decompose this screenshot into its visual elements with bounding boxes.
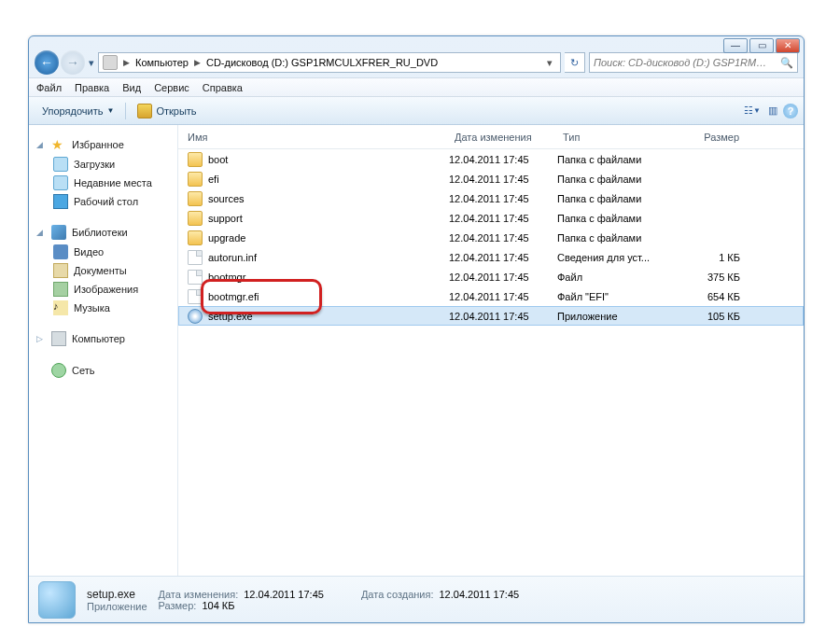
- nav-row: ← → ▾ ▶ Компьютер ▶ CD-дисковод (D:) GSP…: [29, 48, 804, 77]
- file-type: Файл: [557, 272, 675, 283]
- file-name: upgrade: [208, 232, 245, 244]
- open-icon: [137, 104, 152, 118]
- file-row[interactable]: autorun.inf12.04.2011 17:45Сведения для …: [178, 247, 804, 267]
- column-headers: Имя Дата изменения Тип Размер: [178, 125, 804, 149]
- file-name: autorun.inf: [208, 252, 257, 263]
- crumb-drive[interactable]: CD-дисковод (D:) GSP1RMCULXFRER_RU_DVD: [203, 57, 441, 68]
- menu-view[interactable]: Вид: [122, 82, 141, 93]
- menu-help[interactable]: Справка: [203, 82, 243, 93]
- file-row[interactable]: bootmgr12.04.2011 17:45Файл375 КБ: [178, 267, 804, 286]
- file-name: efi: [208, 174, 219, 185]
- crumb-sep-icon[interactable]: ▶: [121, 58, 132, 67]
- sidebar-downloads[interactable]: Загрузки: [35, 155, 172, 174]
- forward-button[interactable]: →: [61, 50, 85, 75]
- file-row[interactable]: boot12.04.2011 17:45Папка с файлами: [178, 149, 804, 169]
- file-date: 12.04.2011 17:45: [449, 154, 557, 165]
- file-size: 105 КБ: [675, 311, 749, 322]
- file-type: Папка с файлами: [557, 174, 675, 185]
- collapse-icon: ◢: [36, 140, 46, 149]
- crumb-dropdown-icon[interactable]: ▾: [543, 57, 556, 69]
- menu-file[interactable]: Файл: [36, 82, 62, 93]
- search-box[interactable]: Поиск: CD-дисковод (D:) GSP1RMCU... 🔍: [589, 52, 798, 73]
- chevron-down-icon: ▼: [106, 106, 114, 115]
- help-button[interactable]: ?: [783, 104, 798, 118]
- open-label: Открыть: [156, 105, 196, 117]
- expand-icon: ▷: [36, 334, 46, 343]
- menu-tools[interactable]: Сервис: [154, 82, 189, 93]
- crumb-sep-icon[interactable]: ▶: [192, 58, 203, 67]
- back-button[interactable]: ←: [35, 50, 59, 75]
- folder-icon: [188, 211, 203, 226]
- document-icon: [53, 263, 68, 278]
- pictures-icon: [53, 282, 68, 297]
- address-bar[interactable]: ▶ Компьютер ▶ CD-дисковод (D:) GSP1RMCUL…: [98, 52, 561, 73]
- close-button[interactable]: ✕: [776, 38, 800, 53]
- min-button[interactable]: —: [723, 38, 748, 53]
- desktop-icon: [53, 194, 68, 209]
- favorites-label: Избранное: [72, 139, 124, 150]
- menu-edit[interactable]: Правка: [75, 82, 109, 93]
- details-created: 12.04.2011 17:45: [440, 589, 520, 600]
- file-row[interactable]: setup.exe12.04.2011 17:45Приложение105 К…: [178, 306, 804, 326]
- sidebar-computer[interactable]: ▷ Компьютер: [35, 328, 172, 349]
- sidebar-desktop[interactable]: Рабочий стол: [35, 192, 172, 211]
- history-dropdown[interactable]: ▾: [85, 57, 98, 69]
- preview-pane-button[interactable]: ▥: [763, 101, 783, 121]
- search-icon: 🔍: [780, 57, 793, 69]
- computer-icon: [51, 331, 66, 346]
- details-size-label: Размер:: [159, 600, 197, 611]
- file-name: setup.exe: [208, 311, 253, 322]
- col-type[interactable]: Тип: [557, 128, 675, 146]
- computer-label: Компьютер: [72, 333, 125, 344]
- organize-label: Упорядочить: [42, 105, 103, 117]
- organize-button[interactable]: Упорядочить ▼: [35, 104, 121, 118]
- file-row[interactable]: upgrade12.04.2011 17:45Папка с файлами: [178, 228, 804, 247]
- file-date: 12.04.2011 17:45: [449, 174, 557, 185]
- file-size: 654 КБ: [675, 291, 749, 302]
- file-row[interactable]: bootmgr.efi12.04.2011 17:45Файл "EFI"654…: [178, 286, 804, 306]
- sidebar-music[interactable]: ♪Музыка: [35, 299, 172, 317]
- explorer-window: — ▭ ✕ ← → ▾ ▶ Компьютер ▶ CD-дисковод (D…: [28, 35, 805, 623]
- star-icon: ★: [51, 137, 66, 152]
- details-icon: [38, 581, 76, 619]
- sidebar-libraries[interactable]: ◢ Библиотеки: [35, 222, 172, 243]
- file-name: sources: [208, 193, 245, 204]
- file-icon: [188, 289, 203, 304]
- view-button[interactable]: ☷ ▼: [742, 101, 763, 121]
- file-type: Сведения для уст...: [557, 252, 675, 263]
- sidebar-favorites[interactable]: ◢ ★ Избранное: [35, 134, 172, 155]
- details-mod: 12.04.2011 17:45: [244, 589, 324, 600]
- col-size[interactable]: Размер: [675, 128, 749, 146]
- file-date: 12.04.2011 17:45: [449, 232, 557, 244]
- sidebar-pictures[interactable]: Изображения: [35, 280, 172, 299]
- sidebar-videos[interactable]: Видео: [35, 243, 172, 261]
- titlebar[interactable]: — ▭ ✕: [29, 36, 804, 48]
- file-list: Имя Дата изменения Тип Размер boot12.04.…: [178, 125, 804, 576]
- crumb-computer[interactable]: Компьютер: [132, 57, 192, 68]
- file-type: Папка с файлами: [557, 232, 675, 244]
- file-row[interactable]: sources12.04.2011 17:45Папка с файлами: [178, 188, 804, 208]
- file-name: support: [208, 213, 243, 224]
- file-row[interactable]: efi12.04.2011 17:45Папка с файлами: [178, 169, 804, 188]
- open-button[interactable]: Открыть: [130, 102, 203, 120]
- video-icon: [53, 244, 68, 259]
- sidebar-network[interactable]: ▷ Сеть: [35, 360, 172, 381]
- max-button[interactable]: ▭: [749, 38, 774, 53]
- col-date[interactable]: Дата изменения: [449, 128, 557, 146]
- file-row[interactable]: support12.04.2011 17:45Папка с файлами: [178, 208, 804, 228]
- file-date: 12.04.2011 17:45: [449, 193, 557, 204]
- file-type: Папка с файлами: [557, 193, 675, 204]
- folder-icon: [188, 172, 203, 187]
- disc-icon: [188, 309, 203, 324]
- nav-pane: ◢ ★ Избранное Загрузки Недавние места Ра…: [29, 125, 178, 576]
- file-name: boot: [208, 154, 228, 165]
- file-icon: [188, 250, 203, 265]
- refresh-button[interactable]: ↻: [565, 52, 585, 73]
- file-type: Папка с файлами: [557, 213, 675, 224]
- search-placeholder: Поиск: CD-дисковод (D:) GSP1RMCU...: [594, 57, 771, 68]
- col-name[interactable]: Имя: [178, 128, 449, 146]
- file-date: 12.04.2011 17:45: [449, 311, 557, 322]
- sidebar-documents[interactable]: Документы: [35, 261, 172, 280]
- sidebar-recent[interactable]: Недавние места: [35, 174, 172, 192]
- details-size: 104 КБ: [202, 600, 234, 611]
